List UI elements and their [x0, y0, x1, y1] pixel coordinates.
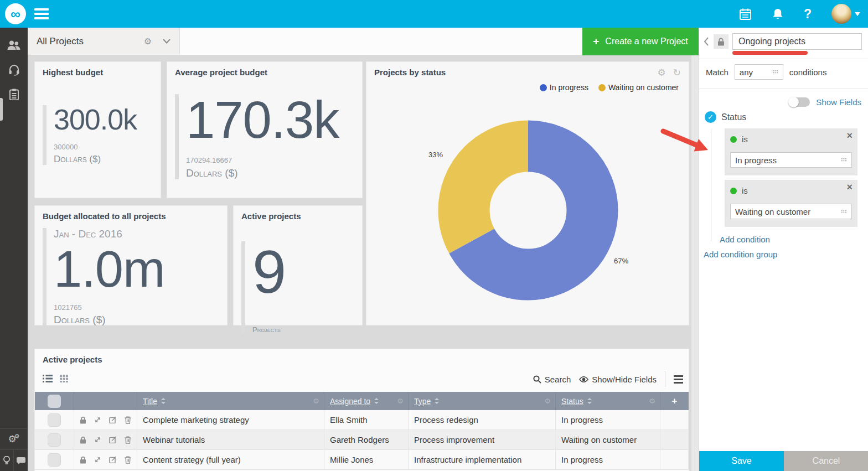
column-header-assigned[interactable]: Assigned to: [330, 397, 370, 406]
condition-value-select[interactable]: Waiting on customer: [730, 204, 852, 219]
match-select[interactable]: any: [735, 64, 783, 80]
condition-group-line: [711, 129, 711, 241]
table-title: Active projects: [43, 355, 102, 364]
edit-icon[interactable]: [109, 436, 117, 443]
chat-icon[interactable]: [14, 450, 28, 471]
cell-status: In progress: [556, 450, 660, 470]
cell-assigned: Millie Jones: [324, 450, 409, 470]
stat-raw-value: 300000: [54, 143, 137, 151]
widget-title: Average project budget: [175, 68, 267, 77]
widget-refresh-icon[interactable]: ↻: [673, 67, 681, 79]
row-checkbox[interactable]: [48, 433, 61, 447]
show-fields-toggle[interactable]: [789, 97, 810, 107]
legend-dot-waiting: [598, 84, 606, 91]
show-hide-fields-button[interactable]: Show/Hide Fields: [579, 375, 657, 384]
lock-icon[interactable]: [80, 456, 86, 464]
field-checkbox-checked[interactable]: ✓: [705, 111, 716, 123]
annotation-underline: [732, 51, 808, 55]
lock-icon[interactable]: [80, 416, 86, 424]
cell-type: Process redesign: [409, 410, 556, 430]
column-header-status[interactable]: Status: [561, 397, 583, 406]
sort-icon[interactable]: [587, 398, 592, 404]
trash-icon[interactable]: [125, 436, 131, 444]
collection-gear-icon[interactable]: ⚙: [144, 36, 152, 46]
tips-icon[interactable]: [0, 450, 14, 471]
match-label: Match: [706, 68, 728, 77]
cell-type: Process improvement: [409, 430, 556, 450]
view-name-input[interactable]: [732, 33, 862, 50]
chevron-down-icon[interactable]: [163, 39, 170, 44]
lock-icon[interactable]: [80, 436, 86, 444]
app-logo[interactable]: ∞: [5, 3, 26, 24]
row-checkbox[interactable]: [48, 453, 61, 467]
active-app-indicator: [0, 98, 3, 121]
calendar-icon[interactable]: [739, 8, 752, 20]
field-label: Status: [721, 112, 746, 122]
grid-view-icon[interactable]: [60, 375, 68, 382]
add-column-button[interactable]: +: [660, 392, 689, 410]
lock-view-button[interactable]: [714, 34, 728, 49]
column-title: Title ⚙: [137, 392, 324, 410]
sort-icon[interactable]: [374, 398, 379, 404]
column-gear-icon[interactable]: ⚙: [313, 397, 319, 405]
main-scrollbar-track[interactable]: [691, 55, 699, 471]
widget-gear-icon[interactable]: ⚙: [658, 67, 666, 79]
edit-icon[interactable]: [109, 456, 117, 463]
create-project-label: Create a new Project: [605, 37, 688, 46]
select-all-checkbox[interactable]: [48, 395, 61, 408]
sort-icon[interactable]: [435, 398, 439, 404]
column-actions: [74, 392, 137, 410]
cell-title: Content strategy (full year): [137, 450, 324, 470]
help-icon[interactable]: ?: [804, 7, 812, 22]
remove-condition-icon[interactable]: ×: [846, 130, 852, 142]
cell-assigned: Ella Smith: [324, 410, 409, 430]
show-fields-label[interactable]: Show Fields: [816, 97, 861, 107]
infinity-icon: ∞: [11, 6, 20, 22]
list-view-icon[interactable]: [43, 375, 53, 382]
status-dot-icon: [730, 136, 737, 143]
expand-icon[interactable]: [94, 416, 101, 423]
save-button[interactable]: Save: [699, 451, 784, 471]
contacts-icon[interactable]: [0, 33, 28, 58]
cell-type: Infrastructure implementation: [409, 450, 556, 470]
expand-icon[interactable]: [94, 456, 101, 463]
caret-down-icon[interactable]: [855, 12, 860, 16]
tasks-icon[interactable]: [0, 82, 28, 106]
condition-value-select[interactable]: In progress: [730, 152, 852, 168]
row-checkbox[interactable]: [48, 413, 61, 427]
widget-active-projects-table: Active projects: [34, 349, 689, 471]
main-menu-icon[interactable]: [34, 8, 49, 19]
column-assigned-to: Assigned to ⚙: [324, 392, 409, 410]
edit-icon[interactable]: [109, 416, 117, 423]
expand-icon[interactable]: [94, 436, 101, 443]
trash-icon[interactable]: [125, 456, 131, 464]
add-condition-group-link[interactable]: Add condition group: [704, 250, 777, 259]
column-header-title[interactable]: Title: [143, 397, 157, 406]
cancel-button[interactable]: Cancel: [784, 451, 868, 471]
column-type: Type ⚙: [409, 392, 556, 410]
legend-item: In progress: [540, 83, 588, 92]
trash-icon[interactable]: [125, 416, 131, 424]
remove-condition-icon[interactable]: ×: [846, 182, 852, 193]
user-avatar[interactable]: [831, 4, 851, 24]
main-content: All Projects ⚙ + Create a new Project Hi…: [28, 28, 699, 471]
dropdown-handle-icon: [841, 209, 847, 214]
stat-accent-bar: [241, 241, 245, 334]
column-gear-icon[interactable]: ⚙: [397, 397, 404, 405]
collection-selector[interactable]: All Projects ⚙: [28, 28, 180, 55]
create-project-button[interactable]: + Create a new Project: [582, 28, 699, 55]
column-header-type[interactable]: Type: [414, 397, 431, 406]
settings-icon[interactable]: ⚙⚙: [0, 429, 28, 449]
table-menu-icon[interactable]: [674, 375, 683, 384]
search-button[interactable]: Search: [533, 375, 571, 384]
stat-raw-value: 1021765: [54, 303, 165, 312]
bell-icon[interactable]: [772, 8, 784, 20]
support-icon[interactable]: [0, 58, 28, 82]
add-condition-link[interactable]: Add condition: [720, 235, 770, 244]
stat-unit: Dollars ($): [186, 167, 339, 179]
back-chevron-icon[interactable]: [704, 37, 709, 46]
column-gear-icon[interactable]: ⚙: [544, 397, 551, 405]
column-gear-icon[interactable]: ⚙: [649, 397, 655, 405]
sort-icon[interactable]: [161, 398, 166, 404]
condition-operator: is: [742, 134, 748, 144]
